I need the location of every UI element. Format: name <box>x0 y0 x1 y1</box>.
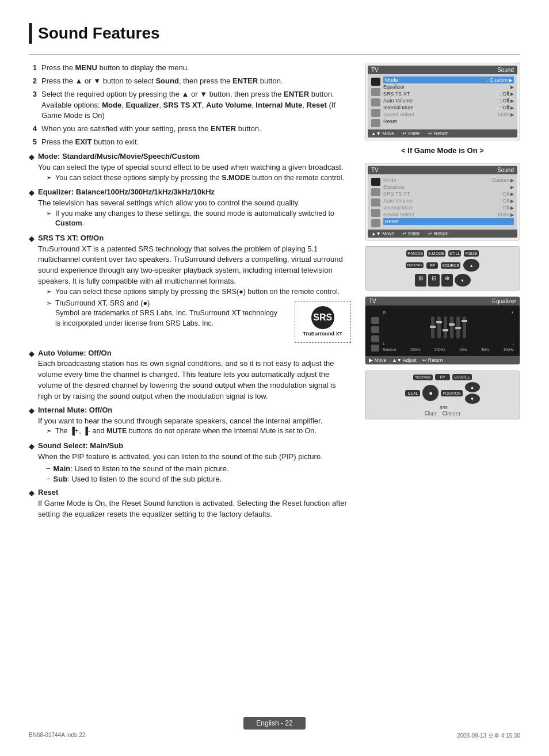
bullet-diamond-mode: ◆ <box>29 152 35 184</box>
row-val2-mode: : Custom <box>489 177 509 183</box>
eq-r-label: R <box>383 310 386 315</box>
row-key2-ss: Sound Select <box>383 212 414 217</box>
eq-slider-5 <box>456 316 460 339</box>
row-arrow2-ss: ▶ <box>510 212 514 217</box>
tv-icon-2e <box>371 219 380 227</box>
tv-icons-2 <box>371 177 380 227</box>
eq-title-label: Equalizer <box>492 298 516 304</box>
rb-updown: ▲ ▼ <box>465 382 480 404</box>
remote-btn-pp[interactable]: PP <box>426 262 438 269</box>
rb-up[interactable]: ▲ <box>465 382 480 392</box>
title-divider <box>29 54 520 55</box>
eq-icon-2 <box>371 326 379 333</box>
remote-row-top: P.MODE S.MODE STILL P.SIZE <box>369 250 516 257</box>
eq-minus-label: - <box>512 341 514 346</box>
eq-freq-1k: 1kHz <box>459 348 467 352</box>
rb-pp[interactable]: PP <box>435 374 450 380</box>
eq-slider-1 <box>431 316 434 339</box>
eq-freq-labels: Balance 100Hz 300Hz 1kHz 3kHz 10kHz <box>383 348 514 352</box>
step-num-2: 2 <box>29 76 37 87</box>
remote-btn-psize[interactable]: P.SIZE <box>464 250 478 257</box>
row-arrow-srs: ▶ <box>510 91 514 97</box>
rb-set: SET <box>425 411 437 416</box>
tv-header-2: TV Sound <box>368 166 517 174</box>
eq-slider-6 <box>463 316 466 339</box>
tv-panel-sound1: TV Sound Mode : <box>365 63 520 140</box>
eq-icon-3 <box>371 335 379 342</box>
row-val2-av: : Off <box>500 198 509 204</box>
bullet-body-im: Internal Mute: Off/On If you want to hea… <box>38 405 351 438</box>
remote-icon-2: ⊟ <box>428 274 440 287</box>
eq-footer-adjust: ▲▼ Adjust <box>392 357 416 363</box>
bullet-diamond-av: ◆ <box>29 349 35 402</box>
row-arrow2-av: ▶ <box>510 198 514 204</box>
sound-label-1: Sound <box>497 67 514 73</box>
rb-label-srs: SRS <box>440 406 447 410</box>
dash-sym-sub: − <box>46 474 51 484</box>
dash-sym: − <box>46 464 51 474</box>
row-key2-eq: Equalizer <box>383 184 405 190</box>
row-key-im: Internal Mute <box>383 105 414 110</box>
eq-freq-3k: 3kHz <box>481 348 490 352</box>
remote-row-mid: TEXT/MIX PP SOURCE ▲ <box>369 259 516 272</box>
rb-position[interactable]: POSITION <box>441 390 462 396</box>
sub-note-mode-1: ➣ You can select these options simply by… <box>46 173 351 184</box>
tv-row-srs: SRS TS XT : Off ▶ <box>383 90 514 97</box>
rb-textmix[interactable]: TEXT/MIX <box>413 375 433 380</box>
eq-slider-4 <box>450 316 453 339</box>
tv-icon-1a <box>371 78 380 86</box>
step-body-2: Press the ▲ or ▼ button to select Sound,… <box>41 76 351 87</box>
eq-lr-bottom: L - <box>383 341 514 346</box>
remote-btn-source[interactable]: SOURCE <box>441 262 460 269</box>
dash-item-main: − Main: Used to listen to the sound of t… <box>46 464 351 474</box>
step-num-3: 3 <box>29 89 37 122</box>
tv-row2-ss: Sound Select : Main ▶ <box>383 211 514 218</box>
bullet-body-srs: SRS TS XT: Off/On TruSurround XT is a pa… <box>38 233 351 345</box>
tv-body-1: Mode : Custom ▶ Equalizer ▶ SRS TS XT <box>368 74 517 129</box>
eq-slider-2 <box>437 316 441 339</box>
remote-btn-pmode[interactable]: P.MODE <box>406 250 424 257</box>
footer-move-1: ▲▼ Move <box>371 131 394 136</box>
tv-menu-1: Mode : Custom ▶ Equalizer ▶ SRS TS XT <box>383 77 514 127</box>
footer-move-2: ▲▼ Move <box>371 231 394 236</box>
remote-btn-smode[interactable]: S.MODE <box>427 250 445 257</box>
footer-enter-1: ↵ Enter <box>402 131 420 136</box>
rb-reset-circle <box>443 411 447 415</box>
remote-btn-still[interactable]: STILL <box>448 250 462 257</box>
rb-srs[interactable]: ● <box>422 385 439 401</box>
row-arrow-eq: ▶ <box>510 85 514 90</box>
eq-spacer <box>388 310 509 315</box>
footer-return-2: ↩ Return <box>428 231 449 236</box>
remote-btn-up[interactable]: ▲ <box>463 259 479 272</box>
left-column: 1 Press the MENU button to display the m… <box>29 63 351 523</box>
eq-lr-labels: R + <box>383 310 514 315</box>
eq-plus-label: + <box>511 310 514 315</box>
remote-btn-textmix[interactable]: TEXT/MIX <box>406 262 424 268</box>
step-num-4: 4 <box>29 124 37 135</box>
bullet-diamond-ss: ◆ <box>29 441 35 484</box>
step-num-5: 5 <box>29 137 37 148</box>
sub-note-srs-1: ➣ You can select these options simply by… <box>46 287 351 297</box>
rb-dual[interactable]: DUAL <box>405 390 420 396</box>
eq-track-1 <box>431 316 434 338</box>
tv-row-reset: Reset <box>383 118 514 125</box>
rb-set-circle <box>425 411 429 415</box>
srs-circle-logo: SRS <box>311 306 334 329</box>
tv-icon-2d <box>371 209 380 217</box>
bullet-srs: ◆ SRS TS XT: Off/On TruSurround XT is a … <box>29 233 351 345</box>
row-key2-av: Auto Volume <box>383 198 413 204</box>
eq-tv-label: TV <box>369 298 376 304</box>
rb-down[interactable]: ▼ <box>465 394 480 404</box>
row-key2-reset: Reset <box>385 219 399 224</box>
tv-row-im: Internal Mute : Off ▶ <box>383 104 514 111</box>
eq-footer-return: ↩ Return <box>422 357 443 363</box>
page-footer: English - 22 BN68-01744A.indb 22 2008-08… <box>0 717 549 740</box>
rb-label-row: SRS <box>369 406 516 410</box>
bullet-auto-volume: ◆ Auto Volume: Off/On Each broadcasting … <box>29 348 351 402</box>
rb-source[interactable]: SOURCE <box>452 374 472 380</box>
rb-row-1: TEXT/MIX PP SOURCE <box>369 374 516 380</box>
remote-icon-1: ⊞ <box>415 274 426 287</box>
remote-btn-down[interactable]: ▼ <box>455 274 471 287</box>
tv-footer-1: ▲▼ Move ↵ Enter ↩ Return <box>368 129 517 138</box>
arrow-sym: ➣ <box>46 173 52 184</box>
